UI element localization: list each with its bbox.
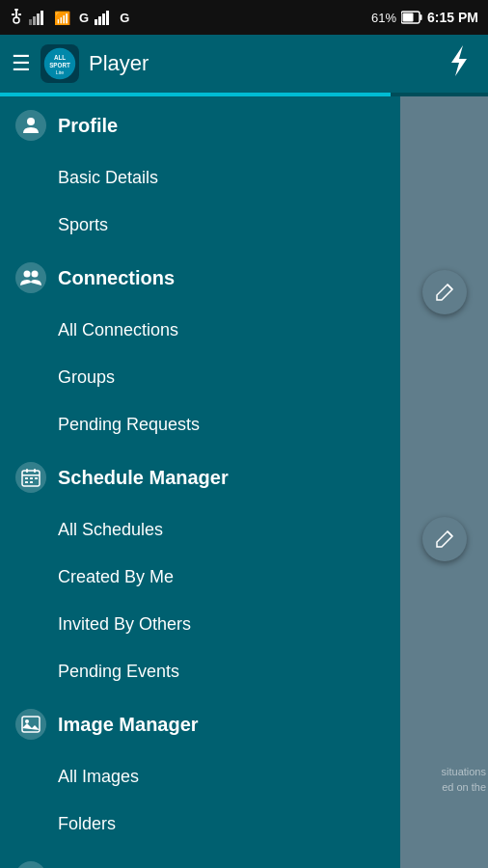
svg-marker-21 bbox=[451, 45, 467, 76]
status-right-icons: 61% 6:15 PM bbox=[371, 10, 478, 25]
usb-icon bbox=[10, 9, 23, 26]
svg-rect-31 bbox=[35, 477, 38, 479]
fab-button-2[interactable] bbox=[422, 517, 467, 561]
svg-rect-11 bbox=[98, 16, 101, 25]
svg-rect-29 bbox=[25, 477, 28, 479]
sidebar-item-groups[interactable]: Groups bbox=[0, 354, 400, 401]
svg-rect-7 bbox=[37, 14, 40, 25]
status-left-icons: 📶 G G bbox=[10, 9, 129, 26]
battery-percent: 61% bbox=[371, 11, 396, 25]
sidebar: Profile Basic Details Sports Connections… bbox=[0, 96, 400, 868]
sidebar-item-all-connections[interactable]: All Connections bbox=[0, 307, 400, 354]
network-g: G bbox=[120, 11, 129, 25]
svg-rect-28 bbox=[22, 475, 40, 476]
profile-icon bbox=[15, 110, 46, 141]
svg-rect-32 bbox=[25, 481, 28, 483]
app-logo: ALL SPORT Lite bbox=[41, 44, 79, 83]
header-left: ☰ ALL SPORT Lite Player bbox=[12, 44, 149, 83]
header-action-button[interactable] bbox=[442, 43, 476, 85]
main-container: Profile Basic Details Sports Connections… bbox=[0, 96, 488, 868]
svg-rect-27 bbox=[34, 469, 36, 473]
overlay-text: pencil-1 situations ed on the bbox=[442, 765, 486, 795]
sidebar-item-all-images[interactable]: All Images bbox=[0, 753, 400, 800]
svg-rect-6 bbox=[33, 16, 36, 25]
carrier-g: G bbox=[79, 11, 89, 25]
4g-signal-icon bbox=[95, 10, 114, 25]
fab-button-1[interactable] bbox=[422, 270, 467, 314]
sidebar-item-pending-requests[interactable]: Pending Requests bbox=[0, 401, 400, 448]
header-title: Player bbox=[89, 51, 149, 76]
sidebar-item-profile[interactable]: Profile bbox=[0, 96, 400, 154]
svg-rect-4 bbox=[18, 14, 21, 15]
lightning-icon bbox=[442, 43, 476, 78]
sidebar-item-invited-by-others[interactable]: Invited By Others bbox=[0, 601, 400, 648]
svg-rect-30 bbox=[30, 477, 33, 479]
svg-rect-26 bbox=[26, 469, 28, 473]
sidebar-item-pending-events[interactable]: Pending Events bbox=[0, 648, 400, 695]
trophy-icon bbox=[15, 861, 46, 868]
svg-rect-12 bbox=[102, 14, 105, 25]
battery-icon bbox=[401, 11, 422, 24]
sidebar-item-sports[interactable]: Sports bbox=[0, 202, 400, 249]
svg-rect-15 bbox=[420, 14, 422, 20]
right-panel: pencil-1 situations ed on the bbox=[400, 96, 488, 868]
status-bar: 📶 G G 61% 6:15 PM bbox=[0, 0, 488, 35]
svg-text:Lite: Lite bbox=[56, 69, 65, 75]
hamburger-menu[interactable]: ☰ bbox=[12, 51, 31, 76]
svg-point-23 bbox=[24, 271, 31, 278]
sidebar-item-basic-details[interactable]: Basic Details bbox=[0, 154, 400, 202]
pencil-icon-1 bbox=[435, 283, 454, 302]
sidebar-item-hall-of-fame[interactable]: Hall Of Fame bbox=[0, 848, 400, 868]
svg-rect-5 bbox=[29, 19, 32, 25]
pencil-icon-2 bbox=[435, 529, 454, 549]
signal-bars-icon bbox=[29, 10, 48, 25]
svg-rect-16 bbox=[403, 14, 414, 22]
svg-point-24 bbox=[32, 271, 39, 278]
schedule-icon bbox=[15, 462, 46, 493]
image-icon bbox=[15, 709, 46, 740]
schedule-manager-label: Schedule Manager bbox=[58, 467, 229, 489]
sidebar-item-created-by-me[interactable]: Created By Me bbox=[0, 554, 400, 601]
image-manager-label: Image Manager bbox=[58, 714, 199, 736]
app-header: ☰ ALL SPORT Lite Player bbox=[0, 35, 488, 93]
profile-label: Profile bbox=[58, 115, 118, 137]
sidebar-item-all-schedules[interactable]: All Schedules bbox=[0, 506, 400, 554]
svg-rect-8 bbox=[41, 11, 43, 25]
sidebar-item-image-manager[interactable]: Image Manager bbox=[0, 695, 400, 753]
time-display: 6:15 PM bbox=[427, 10, 478, 25]
logo-svg: ALL SPORT Lite bbox=[42, 46, 77, 81]
sidebar-item-schedule-manager[interactable]: Schedule Manager bbox=[0, 448, 400, 506]
svg-point-22 bbox=[27, 118, 35, 125]
svg-rect-3 bbox=[12, 14, 14, 15]
sidebar-item-connections[interactable]: Connections bbox=[0, 249, 400, 307]
sidebar-item-folders[interactable]: Folders bbox=[0, 800, 400, 848]
svg-rect-10 bbox=[95, 19, 97, 25]
connections-label: Connections bbox=[58, 267, 175, 289]
svg-text:ALL: ALL bbox=[54, 54, 66, 61]
svg-rect-0 bbox=[14, 9, 18, 11]
svg-rect-13 bbox=[106, 11, 109, 25]
svg-text:SPORT: SPORT bbox=[49, 62, 70, 68]
connections-icon bbox=[15, 262, 46, 293]
svg-text:📶: 📶 bbox=[54, 11, 71, 25]
svg-rect-33 bbox=[30, 481, 33, 483]
wifi-icon: 📶 bbox=[54, 10, 73, 25]
svg-point-35 bbox=[25, 719, 29, 723]
